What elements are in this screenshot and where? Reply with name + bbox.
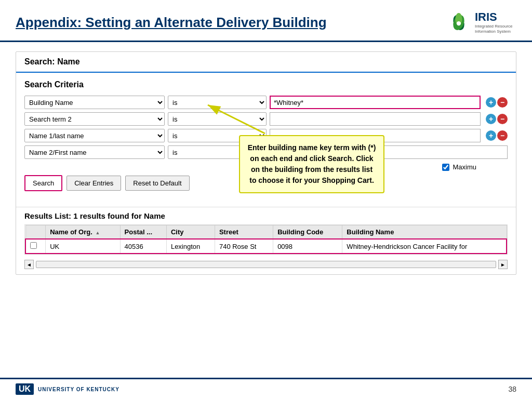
cell-city: Lexington (166, 239, 215, 254)
field-select-3[interactable]: Building Name Search term 2 Name 1/last … (24, 129, 165, 142)
uk-name: University of Kentucky (38, 387, 119, 392)
cell-postal: 40536 (120, 239, 166, 254)
cell-name-org: UK (46, 239, 120, 254)
add-row-1-button[interactable]: + (486, 97, 496, 108)
page-number: 38 (508, 385, 516, 393)
col-postal[interactable]: Postal ... (120, 225, 166, 240)
uk-logo: UK University of Kentucky (16, 383, 119, 395)
scroll-track[interactable] (36, 261, 496, 268)
field-select-4[interactable]: Building Name Search term 2 Name 1/last … (24, 145, 165, 159)
row-checkbox[interactable] (30, 242, 37, 249)
uk-badge: UK (16, 383, 34, 395)
cell-building-name: Whitney-Hendrickson Cancer Facility for (342, 239, 507, 254)
row-3-actions: + − (486, 130, 508, 141)
iris-label: IRIS (475, 10, 516, 24)
scroll-right-button[interactable]: ► (498, 260, 508, 269)
results-title: Results List: 1 results found for Name (16, 207, 516, 224)
value-input-1[interactable] (270, 96, 481, 109)
svg-line-5 (208, 105, 265, 134)
cell-building-code: 0098 (273, 239, 342, 254)
callout-container: Enter building name key term with (*) on… (239, 135, 384, 193)
remove-row-2-button[interactable]: − (497, 114, 508, 124)
reset-button[interactable]: Reset to Default (125, 176, 189, 191)
page-header: Appendix: Setting an Alternate Delivery … (0, 0, 532, 42)
page-title: Appendix: Setting an Alternate Delivery … (16, 15, 327, 31)
add-row-2-button[interactable]: + (486, 114, 496, 124)
col-city[interactable]: City (166, 225, 215, 240)
remove-row-3-button[interactable]: − (497, 130, 508, 141)
panel-title-text: Search: Name (24, 57, 80, 66)
field-select-1[interactable]: Building Name Search term 2 Name 1/last … (24, 96, 165, 109)
search-panel-header: Search: Name (16, 52, 516, 73)
col-street[interactable]: Street (215, 225, 273, 240)
clear-button[interactable]: Clear Entries (66, 176, 121, 191)
search-button[interactable]: Search (24, 175, 62, 191)
criteria-title: Search Criteria (24, 80, 508, 89)
scroll-left-button[interactable]: ◄ (24, 260, 34, 269)
callout-box: Enter building name key term with (*) on… (239, 135, 384, 193)
add-row-3-button[interactable]: + (486, 130, 496, 141)
iris-logo: IRIS Integrated Resource Information Sys… (446, 9, 516, 35)
cell-street: 740 Rose St (215, 239, 273, 254)
col-building-name[interactable]: Building Name (342, 225, 507, 240)
scroll-bar: ◄ ► (24, 260, 508, 269)
remove-row-1-button[interactable]: − (497, 97, 508, 108)
iris-subtext: Integrated Resource Information System (475, 24, 516, 34)
row-checkbox-cell (25, 239, 46, 254)
col-name-org[interactable]: Name of Org. ▲ (46, 225, 120, 240)
results-table: Name of Org. ▲ Postal ... City Street Bu… (25, 225, 507, 254)
page-footer: UK University of Kentucky 38 (0, 378, 532, 399)
callout-text: Enter building name key term with (*) on… (248, 143, 376, 184)
field-select-2[interactable]: Building Name Search term 2 Name 1/last … (24, 112, 165, 126)
maximum-checkbox[interactable] (442, 164, 449, 171)
svg-point-3 (457, 21, 461, 25)
results-table-wrap: Name of Org. ▲ Postal ... City Street Bu… (24, 224, 508, 255)
iris-logo-icon (446, 9, 472, 35)
col-checkbox (25, 225, 46, 240)
table-row[interactable]: UK 40536 Lexington 740 Rose St 0098 Whit… (25, 239, 507, 254)
col-building-code[interactable]: Building Code (273, 225, 342, 240)
checkbox-label: Maximu (453, 163, 476, 171)
row-2-actions: + − (486, 114, 508, 124)
callout-arrow-svg (197, 100, 270, 136)
row-1-actions: + − (486, 97, 508, 108)
value-input-2[interactable] (270, 112, 481, 126)
